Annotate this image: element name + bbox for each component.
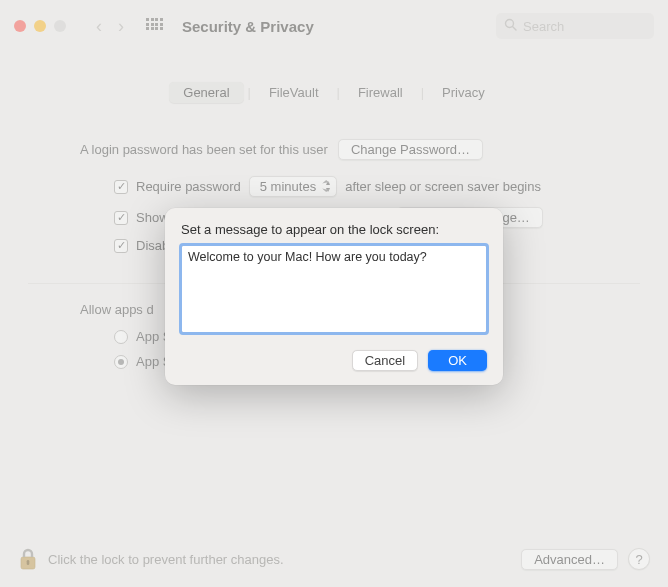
lock-message-dialog: Set a message to appear on the lock scre…: [165, 208, 503, 385]
footer-bar: Click the lock to prevent further change…: [0, 531, 668, 587]
show-message-checkbox[interactable]: [114, 211, 128, 225]
zoom-window-button[interactable]: [54, 20, 66, 32]
tab-privacy[interactable]: Privacy: [428, 82, 499, 103]
close-window-button[interactable]: [14, 20, 26, 32]
lock-icon[interactable]: [18, 546, 38, 572]
window-title: Security & Privacy: [182, 18, 314, 35]
help-button[interactable]: ?: [628, 548, 650, 570]
change-password-button[interactable]: Change Password…: [338, 139, 483, 160]
disable-autologin-checkbox[interactable]: [114, 239, 128, 253]
search-icon: [504, 18, 517, 34]
require-password-delay-select[interactable]: 5 minutes ▴▾: [249, 176, 337, 197]
tab-filevault[interactable]: FileVault: [255, 82, 333, 103]
require-password-label-b: after sleep or screen saver begins: [345, 179, 541, 194]
search-field[interactable]: Search: [496, 13, 654, 39]
window-toolbar: ‹ › Security & Privacy Search: [0, 0, 668, 52]
minimize-window-button[interactable]: [34, 20, 46, 32]
login-password-label: A login password has been set for this u…: [80, 142, 328, 157]
dialog-title: Set a message to appear on the lock scre…: [181, 222, 487, 237]
require-password-checkbox[interactable]: [114, 180, 128, 194]
lock-hint-text: Click the lock to prevent further change…: [48, 552, 284, 567]
allow-appstore-radio[interactable]: [114, 330, 128, 344]
ok-button[interactable]: OK: [428, 350, 487, 371]
cancel-button[interactable]: Cancel: [352, 350, 418, 371]
advanced-button[interactable]: Advanced…: [521, 549, 618, 570]
tab-bar: General | FileVault | Firewall | Privacy: [18, 82, 650, 103]
back-button[interactable]: ‹: [96, 16, 102, 37]
search-placeholder: Search: [523, 19, 564, 34]
require-password-label-a: Require password: [136, 179, 241, 194]
chevron-updown-icon: ▴▾: [326, 179, 330, 193]
all-prefs-grid-icon[interactable]: [146, 18, 162, 34]
tab-general[interactable]: General: [169, 82, 243, 103]
svg-rect-3: [27, 560, 30, 565]
lock-message-textarea[interactable]: Welcome to your Mac! How are you today?: [181, 245, 487, 333]
login-password-row: A login password has been set for this u…: [80, 139, 650, 160]
traffic-lights: [14, 20, 66, 32]
forward-button[interactable]: ›: [118, 16, 124, 37]
tab-firewall[interactable]: Firewall: [344, 82, 417, 103]
nav-buttons: ‹ ›: [96, 16, 124, 37]
allow-identified-radio[interactable]: [114, 355, 128, 369]
require-password-row: Require password 5 minutes ▴▾ after slee…: [114, 176, 650, 197]
svg-line-1: [513, 27, 517, 31]
